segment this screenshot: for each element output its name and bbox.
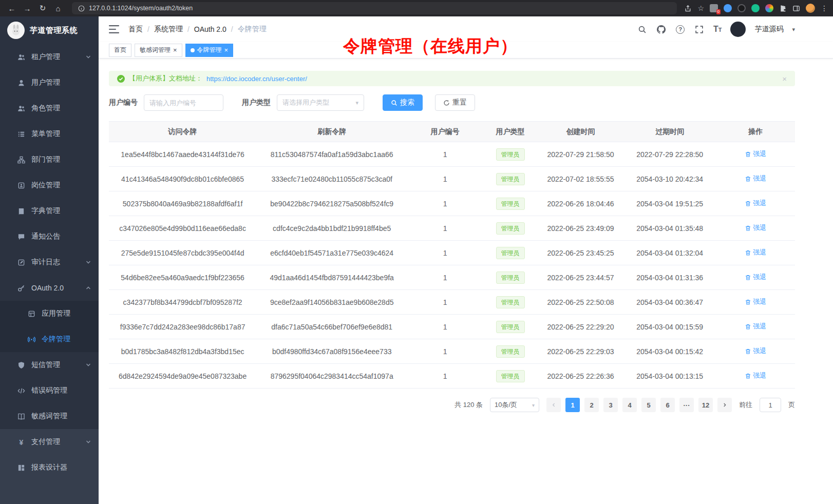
actions-cell: 强退 — [716, 290, 795, 315]
extension-blue-icon[interactable] — [724, 4, 732, 12]
share-icon[interactable] — [684, 5, 692, 12]
browser-profile-avatar[interactable] — [806, 4, 815, 13]
user-id-cell: 1 — [407, 216, 483, 241]
sidebar-item-label: 岗位管理 — [31, 181, 60, 190]
extension-badge-icon[interactable]: 0 — [710, 4, 718, 12]
force-logout-button[interactable]: 强退 — [745, 371, 766, 380]
page-button-6[interactable]: 6 — [660, 398, 675, 412]
help-icon[interactable]: ? — [675, 24, 686, 34]
page-button-4[interactable]: 4 — [622, 398, 637, 412]
close-icon[interactable]: × — [173, 47, 177, 53]
site-info-icon[interactable] — [78, 5, 85, 12]
doc-link[interactable]: https://doc.iocoder.cn/user-center/ — [206, 75, 307, 83]
sidebar-item-token-mgmt[interactable]: 令牌管理 — [0, 326, 99, 352]
puzzle-extensions-icon[interactable] — [779, 5, 787, 12]
goto-page-input[interactable] — [760, 398, 781, 412]
force-logout-button[interactable]: 强退 — [745, 174, 766, 183]
app-logo[interactable]: 芋道管理系统 — [0, 16, 99, 44]
breadcrumb-home[interactable]: 首页 — [128, 25, 143, 34]
page-button-3[interactable]: 3 — [603, 398, 618, 412]
home-icon[interactable]: ⌂ — [51, 2, 65, 14]
sidebar-item-app-mgmt[interactable]: 应用管理 — [0, 301, 99, 326]
table-row: 502375b8040a469a9b82188afdf6af1f be90422… — [109, 191, 795, 216]
next-page-button[interactable] — [717, 398, 732, 412]
sidebar-item-menu[interactable]: 菜单管理 — [0, 121, 99, 147]
refresh-token-cell: be90422b8c7946218275a508bf524fc9 — [256, 191, 407, 216]
user-id-cell: 1 — [407, 364, 483, 389]
force-logout-button[interactable]: 强退 — [745, 248, 766, 257]
chevron-down-icon[interactable]: ▾ — [792, 26, 795, 33]
sidebar-item-dept[interactable]: 部门管理 — [0, 147, 99, 172]
force-logout-button[interactable]: 强退 — [745, 322, 766, 331]
sidebar-item-role[interactable]: 角色管理 — [0, 95, 99, 121]
page-button-2[interactable]: 2 — [584, 398, 599, 412]
sidebar-item-post[interactable]: 岗位管理 — [0, 172, 99, 198]
breadcrumb-system[interactable]: 系统管理 — [154, 25, 183, 34]
sidebar-item-sensitive-words[interactable]: 敏感词管理 — [0, 403, 99, 429]
page-button-12[interactable]: 12 — [698, 398, 713, 412]
force-logout-button[interactable]: 强退 — [745, 346, 766, 356]
page-button-5[interactable]: 5 — [641, 398, 656, 412]
page-size-select[interactable]: 10条/页 ▾ — [490, 398, 539, 412]
sidebar-toggle-icon[interactable] — [105, 20, 123, 38]
close-icon[interactable]: × — [224, 47, 229, 53]
actions-cell: 强退 — [716, 241, 795, 265]
breadcrumb-oauth[interactable]: OAuth 2.0 — [194, 25, 226, 33]
sidebar-panel-icon[interactable] — [792, 5, 800, 12]
user-id-cell: 1 — [407, 265, 483, 290]
user-type-label: 用户类型 — [242, 98, 271, 107]
user-id-input[interactable] — [144, 94, 223, 111]
fullscreen-icon[interactable] — [694, 24, 705, 34]
github-icon[interactable] — [656, 24, 667, 34]
star-icon[interactable]: ☆ — [697, 4, 704, 12]
forward-icon[interactable]: → — [21, 2, 34, 14]
sidebar-item-tenant[interactable]: 租户管理 — [0, 44, 99, 70]
url-bar[interactable]: 127.0.0.1:1024/system/oauth2/token — [72, 2, 677, 14]
sidebar-item-notice[interactable]: 通知公告 — [0, 224, 99, 249]
tab-sensitive-words[interactable]: 敏感词管理 × — [135, 44, 182, 57]
user-type-badge: 管理员 — [496, 198, 525, 210]
page-buttons: 1 2 3 4 5 6 ··· 12 — [546, 398, 732, 412]
access-token-cell: 502375b8040a469a9b82188afdf6af1f — [109, 191, 256, 216]
force-logout-button[interactable]: 强退 — [745, 149, 766, 159]
app-shell: 芋道管理系统 租户管理 用户管理 角色管理 菜单管理 部门管理 — [0, 16, 833, 504]
pay-icon: ¥ — [17, 438, 25, 446]
user-name[interactable]: 芋道源码 — [754, 25, 783, 34]
alert-close-icon[interactable]: × — [782, 74, 787, 83]
user-id-label: 用户编号 — [109, 98, 138, 107]
font-size-icon[interactable]: TT — [713, 25, 722, 34]
force-logout-button[interactable]: 强退 — [745, 223, 766, 232]
access-token-cell: b0d1785bc3a8482f812db4a3f3bd15ec — [109, 339, 256, 364]
sidebar-item-report-designer[interactable]: 报表设计器 — [0, 455, 99, 480]
sidebar-item-audit-log[interactable]: 审计日志 — [0, 249, 99, 275]
user-avatar[interactable] — [730, 22, 746, 37]
page-button-1[interactable]: 1 — [565, 398, 580, 412]
sidebar-item-user[interactable]: 用户管理 — [0, 70, 99, 95]
reload-icon[interactable]: ↻ — [36, 2, 49, 14]
sidebar-item-oauth[interactable]: OAuth 2.0 — [0, 275, 99, 301]
extension-colorwheel-icon[interactable] — [765, 4, 773, 12]
force-logout-button[interactable]: 强退 — [745, 199, 766, 208]
sidebar-item-pay[interactable]: ¥ 支付管理 — [0, 429, 99, 455]
refresh-token-cell: 9ce8ef2aa9f14056b831ae9b608e28d5 — [256, 290, 407, 315]
reset-button[interactable]: 重置 — [435, 94, 475, 111]
sidebar-item-sms[interactable]: 短信管理 — [0, 352, 99, 378]
prev-page-button[interactable] — [546, 398, 561, 412]
tab-home[interactable]: 首页 — [109, 44, 131, 57]
search-button[interactable]: 搜索 — [383, 94, 423, 111]
user-type-select[interactable]: 请选择用户类型 ▾ — [277, 94, 364, 111]
user-type-cell: 管理员 — [483, 364, 538, 389]
sidebar-item-dict[interactable]: 字典管理 — [0, 198, 99, 224]
created-cell: 2022-07-29 21:58:50 — [538, 142, 623, 167]
search-icon[interactable] — [637, 24, 648, 34]
force-logout-button[interactable]: 强退 — [745, 273, 766, 282]
browser-menu-icon[interactable]: ⋮ — [821, 4, 828, 12]
back-icon[interactable]: ← — [5, 2, 18, 14]
sidebar-item-error-code[interactable]: 错误码管理 — [0, 378, 99, 403]
user-type-cell: 管理员 — [483, 290, 538, 315]
extension-dark-icon[interactable] — [737, 4, 746, 12]
extension-green-icon[interactable] — [751, 4, 760, 12]
force-logout-button[interactable]: 强退 — [745, 297, 766, 306]
more-pages-button[interactable]: ··· — [679, 398, 694, 412]
tab-token-mgmt[interactable]: 令牌管理 × — [185, 44, 234, 57]
